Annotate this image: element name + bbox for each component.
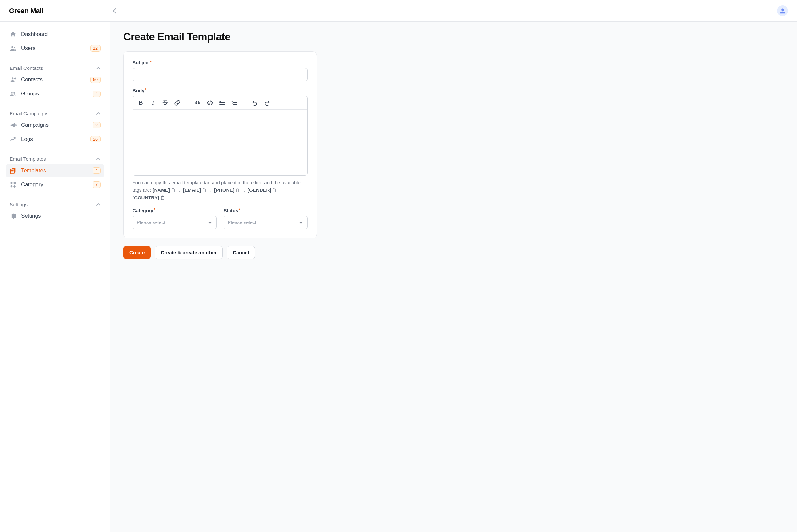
svg-point-5 [14, 92, 15, 94]
trend-icon [10, 136, 17, 143]
code-button[interactable] [206, 99, 213, 106]
required-indicator: * [239, 208, 240, 212]
undo-icon [251, 99, 258, 106]
body-label-text: Body [133, 88, 145, 93]
bullet-list-icon [219, 99, 225, 106]
people-icon [10, 90, 17, 97]
cancel-button[interactable]: Cancel [227, 246, 255, 259]
count-badge: 12 [90, 45, 100, 52]
status-placeholder: Please select [228, 220, 257, 225]
category-select[interactable]: Please select [133, 216, 217, 229]
sidebar-group-email-campaigns[interactable]: Email Campaigns [6, 108, 105, 118]
sidebar-item-label: Campaigns [21, 122, 49, 128]
copy-tag-name-button[interactable] [171, 188, 176, 193]
subject-input[interactable] [133, 68, 308, 81]
status-select[interactable]: Please select [224, 216, 308, 229]
sidebar-group-title: Settings [10, 202, 27, 207]
sidebar-group-title: Email Contacts [10, 65, 43, 71]
tag-gender: [GENDER] [247, 187, 271, 193]
svg-rect-8 [11, 182, 13, 184]
gear-icon [10, 212, 17, 220]
ordered-list-button[interactable] [231, 99, 238, 106]
sidebar-item-settings[interactable]: Settings [6, 209, 105, 223]
sidebar-item-label: Groups [21, 91, 39, 97]
status-label-text: Status [224, 208, 239, 213]
count-badge: 2 [93, 122, 100, 128]
avatar[interactable] [777, 5, 788, 16]
count-badge: 26 [90, 136, 100, 142]
svg-rect-23 [162, 195, 163, 196]
squares-icon [10, 181, 17, 188]
sidebar-item-label: Templates [21, 167, 46, 174]
link-button[interactable] [174, 99, 181, 106]
count-badge: 4 [93, 91, 100, 97]
sidebar-item-templates[interactable]: Templates 4 [6, 164, 105, 177]
subject-label-text: Subject [133, 60, 150, 65]
form-actions: Create Create & create another Cancel [123, 246, 784, 259]
copy-tag-email-button[interactable] [202, 188, 207, 193]
svg-rect-16 [203, 189, 206, 192]
clipboard-icon [202, 188, 207, 193]
sidebar-item-label: Logs [21, 136, 33, 142]
sidebar-group-settings[interactable]: Settings [6, 198, 105, 209]
status-field: Status* Please select [224, 208, 308, 229]
sidebar-item-campaigns[interactable]: Campaigns 2 [6, 118, 105, 132]
sidebar-group-email-contacts[interactable]: Email Contacts [6, 62, 105, 73]
svg-rect-14 [172, 189, 174, 192]
svg-rect-20 [273, 189, 276, 192]
bullet-list-button[interactable] [219, 99, 226, 106]
svg-point-0 [781, 8, 784, 11]
count-badge: 4 [93, 167, 100, 174]
sidebar-item-label: Dashboard [21, 31, 48, 37]
tag-phone: [PHONE] [214, 187, 234, 193]
sidebar-item-category[interactable]: Category 7 [6, 178, 105, 191]
sidebar-item-logs[interactable]: Logs 26 [6, 133, 105, 146]
sidebar-item-label: Category [21, 182, 43, 188]
sidebar-item-dashboard[interactable]: Dashboard [6, 27, 105, 41]
blockquote-button[interactable] [194, 99, 201, 106]
create-button[interactable]: Create [123, 246, 151, 259]
svg-point-4 [11, 92, 13, 94]
rich-text-editor: B I [133, 96, 308, 176]
sidebar-collapse-button[interactable] [110, 7, 118, 15]
sidebar-item-label: Contacts [21, 76, 42, 83]
copy-tag-country-button[interactable] [160, 195, 165, 201]
svg-rect-18 [236, 189, 239, 192]
category-placeholder: Please select [137, 220, 165, 225]
megaphone-icon [10, 122, 17, 129]
redo-button[interactable] [263, 99, 270, 106]
create-another-button[interactable]: Create & create another [155, 246, 223, 259]
sidebar-item-label: Settings [21, 213, 41, 219]
svg-point-13 [220, 104, 221, 105]
tag-name: [NAME] [153, 187, 170, 193]
bold-button[interactable]: B [137, 99, 144, 106]
svg-rect-21 [274, 188, 275, 189]
strikethrough-button[interactable] [162, 99, 169, 106]
copy-tag-phone-button[interactable] [235, 188, 240, 193]
template-icon [10, 167, 17, 174]
svg-point-1 [11, 46, 13, 48]
chevron-up-icon [96, 202, 100, 207]
header: Green Mail [0, 0, 797, 22]
copy-tag-gender-button[interactable] [272, 188, 277, 193]
undo-button[interactable] [251, 99, 258, 106]
sidebar-item-users[interactable]: Users 12 [6, 42, 105, 55]
sidebar-item-groups[interactable]: Groups 4 [6, 87, 105, 100]
svg-rect-17 [204, 188, 205, 189]
italic-button[interactable]: I [150, 99, 156, 106]
sidebar-group-email-templates[interactable]: Email Templates [6, 153, 105, 164]
template-tags-hint: You can copy this email template tag and… [133, 179, 308, 201]
code-icon [206, 99, 213, 106]
svg-rect-10 [11, 185, 13, 187]
chevron-up-icon [96, 157, 100, 161]
strikethrough-icon [162, 99, 168, 106]
user-icon [779, 7, 786, 14]
page-title: Create Email Template [123, 31, 784, 43]
editor-toolbar: B I [133, 96, 307, 110]
clipboard-icon [235, 188, 240, 193]
sidebar-item-contacts[interactable]: Contacts 50 [6, 73, 105, 87]
svg-rect-19 [237, 188, 238, 189]
chevron-up-icon [96, 111, 100, 116]
body-editor-area[interactable] [133, 110, 307, 175]
required-indicator: * [150, 60, 152, 64]
